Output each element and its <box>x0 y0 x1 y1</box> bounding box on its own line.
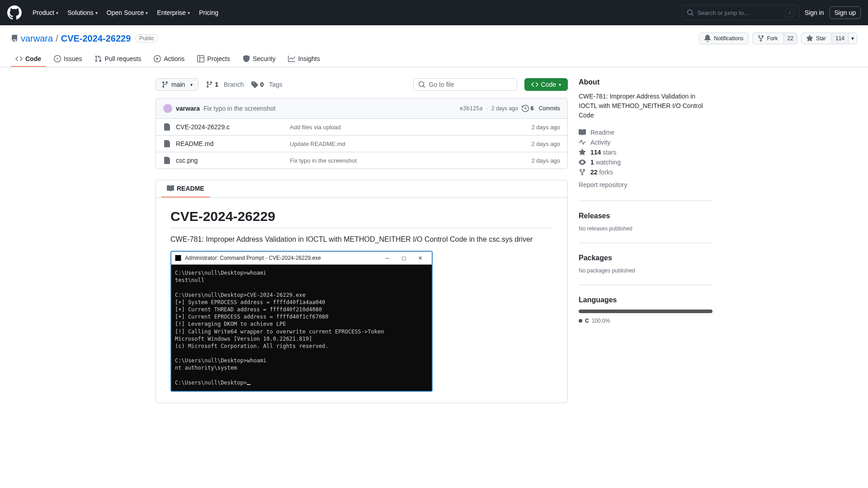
main-nav: Product▾ Solutions▾ Open Source▾ Enterpr… <box>29 6 222 19</box>
chevron-down-icon: ▾ <box>95 10 98 15</box>
commit-sha[interactable]: e3b125a <box>460 105 483 112</box>
chevron-down-icon: ▾ <box>188 10 190 15</box>
visibility-badge: Public <box>135 34 158 42</box>
commits-link[interactable]: 6 Commits <box>522 105 560 112</box>
maximize-icon: ▢ <box>396 253 412 263</box>
repo-icon <box>11 35 18 42</box>
readme-content: CVE-2024-26229 CWE-781: Improper Address… <box>156 198 567 403</box>
book-icon <box>579 129 586 136</box>
tag-icon <box>251 81 258 88</box>
file-commit-msg[interactable]: Add files via upload <box>290 124 526 131</box>
book-icon <box>167 185 174 192</box>
nav-opensource[interactable]: Open Source▾ <box>103 6 152 19</box>
github-logo[interactable] <box>7 5 22 20</box>
nav-product[interactable]: Product▾ <box>29 6 62 19</box>
tab-pulls[interactable]: Pull requests <box>90 52 146 67</box>
table-row: CVE-2024-26229.c Add files via upload 2 … <box>156 119 567 136</box>
file-time: 2 days ago <box>531 124 560 131</box>
table-row: README.md Update README.md 2 days ago <box>156 136 567 152</box>
tab-issues[interactable]: Issues <box>49 52 86 67</box>
code-button[interactable]: Code ▾ <box>524 78 568 91</box>
star-more-button[interactable]: ▾ <box>849 33 857 44</box>
packages-none: No packages published <box>579 267 712 274</box>
branch-icon <box>206 81 213 88</box>
language-dot <box>579 319 582 323</box>
table-row: csc.png Fix typo in the screenshot 2 day… <box>156 152 567 169</box>
slash-shortcut: / <box>785 8 794 17</box>
latest-commit: varwara Fix typo in the screenshot e3b12… <box>156 99 567 119</box>
notifications-button[interactable]: Notifications <box>699 33 748 44</box>
nav-solutions[interactable]: Solutions▾ <box>64 6 101 19</box>
file-time: 2 days ago <box>531 157 560 164</box>
star-button[interactable]: Star 114 <box>801 33 849 44</box>
file-name[interactable]: CVE-2024-26229.c <box>176 123 284 131</box>
repo-slash: / <box>56 33 58 44</box>
readme-box: README CVE-2024-26229 CWE-781: Improper … <box>156 180 568 403</box>
forks-link[interactable]: 22 forks <box>579 167 712 177</box>
file-commit-msg[interactable]: Fix typo in the screenshot <box>290 157 526 164</box>
language-item[interactable]: C 100.0% <box>579 318 712 324</box>
commit-author[interactable]: varwara <box>176 105 200 112</box>
releases-title[interactable]: Releases <box>579 212 712 220</box>
file-name[interactable]: README.md <box>176 140 284 147</box>
search-icon <box>687 9 694 16</box>
close-icon: ✕ <box>412 253 428 263</box>
search-input[interactable] <box>698 9 782 16</box>
avatar[interactable] <box>163 104 172 113</box>
go-to-file-input[interactable] <box>429 81 512 88</box>
report-link[interactable]: Report repository <box>579 180 712 190</box>
signup-button[interactable]: Sign up <box>830 6 861 19</box>
tags-link[interactable]: 0 Tags <box>251 81 282 88</box>
activity-link[interactable]: Activity <box>579 137 712 147</box>
code-icon <box>15 55 23 62</box>
file-commit-msg[interactable]: Update README.md <box>290 141 526 147</box>
search-box[interactable]: / <box>682 5 799 20</box>
branches-link[interactable]: 1 Branch <box>206 81 244 88</box>
nav-pricing[interactable]: Pricing <box>195 6 222 19</box>
shield-icon <box>243 55 250 62</box>
tab-security[interactable]: Security <box>238 52 280 67</box>
languages-title: Languages <box>579 296 712 304</box>
graph-icon <box>288 55 295 62</box>
language-bar <box>579 310 712 313</box>
packages-title[interactable]: Packages <box>579 254 712 262</box>
commit-message[interactable]: Fix typo in the screenshot <box>203 105 276 112</box>
tab-projects[interactable]: Projects <box>193 52 235 67</box>
file-name[interactable]: csc.png <box>176 157 284 164</box>
tab-insights[interactable]: Insights <box>283 52 324 67</box>
nav-enterprise[interactable]: Enterprise▾ <box>153 6 193 19</box>
global-header: Product▾ Solutions▾ Open Source▾ Enterpr… <box>0 0 868 25</box>
issue-icon <box>54 55 61 62</box>
pull-icon <box>94 55 102 62</box>
fork-button[interactable]: Fork 22 <box>752 33 797 44</box>
stars-link[interactable]: 114 stars <box>579 147 712 157</box>
tab-actions[interactable]: Actions <box>149 52 189 67</box>
watching-link[interactable]: 1 watching <box>579 157 712 167</box>
repo-header: varwara / CVE-2024-26229 Public Notifica… <box>0 25 868 67</box>
chevron-down-icon: ▾ <box>190 82 193 87</box>
eye-icon <box>579 159 586 166</box>
chevron-down-icon: ▾ <box>851 35 854 42</box>
play-icon <box>154 55 161 62</box>
about-title: About <box>579 78 712 86</box>
file-list: varwara Fix typo in the screenshot e3b12… <box>156 98 568 169</box>
tab-code[interactable]: Code <box>11 52 46 67</box>
file-icon <box>163 157 170 164</box>
readme-tab[interactable]: README <box>161 180 210 197</box>
history-icon <box>522 105 529 112</box>
bell-icon <box>704 35 711 42</box>
repo-owner-link[interactable]: varwara <box>21 33 53 44</box>
sidebar: About CWE-781: Improper Address Validati… <box>579 78 712 403</box>
repo-name-link[interactable]: CVE-2024-26229 <box>61 33 131 44</box>
fork-icon <box>757 35 764 42</box>
star-count: 114 <box>831 33 848 43</box>
go-to-file[interactable] <box>413 78 517 91</box>
branch-selector[interactable]: main ▾ <box>156 78 198 91</box>
chevron-down-icon: ▾ <box>559 82 561 87</box>
readme-link[interactable]: Readme <box>579 127 712 137</box>
readme-title: CVE-2024-26229 <box>170 209 553 228</box>
file-icon <box>163 140 170 147</box>
file-icon <box>163 123 170 131</box>
signin-link[interactable]: Sign in <box>805 9 824 16</box>
readme-intro: CWE-781: Improper Address Validation in … <box>170 235 553 244</box>
